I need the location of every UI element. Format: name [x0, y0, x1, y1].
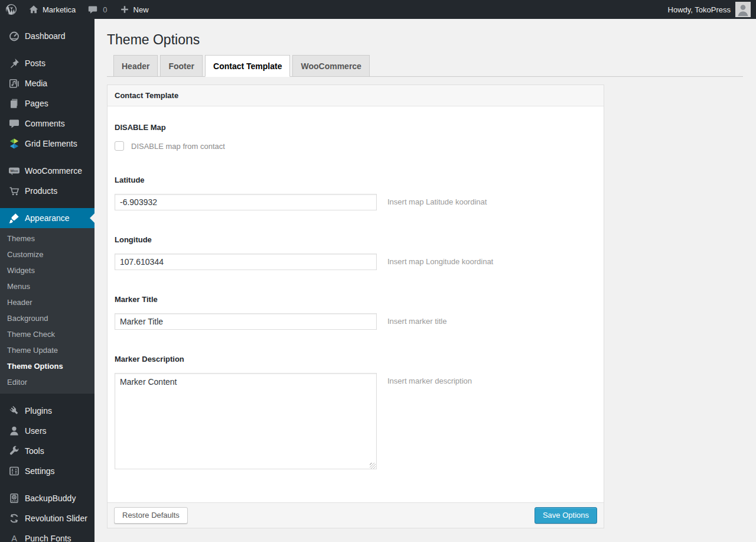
sidebar-item-tools[interactable]: Tools [0, 441, 94, 461]
field-row: Insert map Latitude koordinat [115, 194, 597, 210]
sidebar-item-posts[interactable]: Posts [0, 53, 94, 73]
tab-contact-template[interactable]: Contact Template [205, 55, 290, 77]
submenu-item-themes[interactable]: Themes [0, 231, 94, 247]
tab-footer[interactable]: Footer [160, 55, 203, 76]
sidebar-item-revolution-slider[interactable]: Revolution Slider [0, 508, 94, 528]
submenu-item-editor[interactable]: Editor [0, 375, 94, 391]
sidebar-item-label: Dashboard [25, 31, 66, 41]
sidebar-item-settings[interactable]: Settings [0, 461, 94, 481]
latitude-input[interactable] [115, 194, 377, 210]
howdy-text[interactable]: Howdy, TokoPress [668, 5, 731, 14]
sidebar-item-label: Comments [25, 119, 65, 128]
admin-bar-comments[interactable]: 0 [82, 0, 113, 19]
field-marker-title: Marker TitleInsert marker title [115, 295, 597, 330]
sidebar-item-pages[interactable]: Pages [0, 93, 94, 113]
pushpin-icon [8, 57, 20, 69]
sidebar-item-users[interactable]: Users [0, 421, 94, 441]
field-row: Insert marker title [115, 313, 597, 330]
admin-bar-new-button[interactable]: New [113, 0, 155, 19]
sidebar-item-label: Punch Fonts [25, 534, 71, 542]
plugin-icon [8, 405, 20, 417]
dashboard-icon [8, 30, 20, 42]
field-hint: Insert marker description [387, 377, 472, 385]
textarea-wrap: Marker Content [115, 373, 377, 472]
checkbox-label: DISABLE map from contact [131, 142, 225, 151]
home-icon [28, 4, 39, 15]
woocommerce-icon: Woo [8, 165, 20, 177]
admin-bar: Marketica 0 New Howdy, TokoPress [0, 0, 756, 19]
sidebar-item-grid-elements[interactable]: Grid Elements [0, 134, 94, 154]
longitude-input[interactable] [115, 254, 377, 270]
avatar[interactable] [735, 2, 751, 17]
sidebar-item-comments[interactable]: Comments [0, 113, 94, 134]
disable-map-checkbox[interactable] [115, 141, 124, 151]
revolution-slider-icon [8, 512, 20, 524]
grid-elements-icon [8, 138, 20, 150]
field-hint: Insert map Latitude koordinat [387, 197, 487, 206]
checkbox-row: DISABLE map from contact [115, 141, 597, 151]
submenu-item-background[interactable]: Background [0, 311, 94, 327]
sidebar-item-dashboard[interactable]: Dashboard [0, 26, 94, 46]
comments-count: 0 [103, 5, 107, 14]
sidebar-item-punch-fonts[interactable]: APunch Fonts [0, 528, 94, 542]
submenu-item-customize[interactable]: Customize [0, 247, 94, 263]
field-label: Marker Title [115, 295, 597, 304]
sidebar-item-label: Tools [25, 446, 44, 456]
field-label: Longitude [115, 235, 597, 244]
backupbuddy-icon [8, 492, 20, 504]
page-title: Theme Options [107, 31, 743, 48]
svg-text:Woo: Woo [11, 169, 18, 173]
marker-description-textarea[interactable]: Marker Content [115, 373, 377, 469]
tab-header[interactable]: Header [113, 55, 158, 76]
sidebar-item-label: Media [25, 79, 47, 88]
field-disable-map: DISABLE MapDISABLE map from contact [115, 123, 597, 151]
submenu-item-theme-options[interactable]: Theme Options [0, 359, 94, 375]
sidebar-item-label: Pages [25, 99, 48, 108]
field-longitude: LongitudeInsert map Longitude koordinat [115, 235, 597, 270]
field-label: Latitude [115, 176, 597, 184]
settings-icon [8, 465, 20, 477]
sidebar-item-media[interactable]: Media [0, 73, 94, 93]
admin-bar-site-menu[interactable]: Marketica [22, 0, 82, 19]
new-label: New [133, 5, 149, 14]
media-icon [8, 77, 20, 89]
sidebar-item-appearance[interactable]: Appearance [0, 208, 94, 228]
sidebar-item-label: WooCommerce [25, 166, 82, 176]
sidebar-item-label: Grid Elements [25, 139, 77, 148]
cart-icon [8, 185, 20, 197]
field-label: DISABLE Map [115, 123, 597, 132]
sidebar-item-products[interactable]: Products [0, 181, 94, 201]
plus-icon [119, 4, 130, 15]
sidebar-item-label: BackupBuddy [25, 494, 76, 503]
wrench-icon [8, 445, 20, 457]
contact-template-panel: Contact Template DISABLE MapDISABLE map … [107, 85, 604, 528]
punch-fonts-icon: A [8, 533, 20, 542]
appearance-submenu: ThemesCustomizeWidgetsMenusHeaderBackgro… [0, 228, 94, 394]
sidebar-item-label: Settings [25, 466, 55, 476]
field-latitude: LatitudeInsert map Latitude koordinat [115, 176, 597, 210]
svg-text:A: A [11, 534, 17, 542]
menu-separator [0, 46, 94, 53]
panel-header: Contact Template [107, 85, 604, 106]
submenu-item-theme-check[interactable]: Theme Check [0, 327, 94, 343]
sidebar-item-woocommerce[interactable]: WooWooCommerce [0, 161, 94, 181]
submenu-item-theme-update[interactable]: Theme Update [0, 343, 94, 359]
submenu-item-header[interactable]: Header [0, 295, 94, 311]
sidebar-item-label: Plugins [25, 406, 52, 416]
restore-defaults-button[interactable]: Restore Defaults [114, 507, 188, 524]
submenu-item-menus[interactable]: Menus [0, 279, 94, 295]
field-row: Insert map Longitude koordinat [115, 254, 597, 270]
sidebar-item-label: Posts [25, 59, 45, 68]
submenu-item-widgets[interactable]: Widgets [0, 263, 94, 279]
sidebar-item-label: Appearance [25, 213, 70, 223]
marker-title-input[interactable] [115, 313, 377, 330]
field-hint: Insert map Longitude koordinat [387, 257, 493, 266]
wordpress-logo-button[interactable] [0, 0, 22, 19]
field-marker-description: Marker DescriptionMarker ContentInsert m… [115, 355, 597, 472]
tab-woocommerce[interactable]: WooCommerce [292, 55, 369, 76]
menu-separator [0, 154, 94, 161]
save-options-button[interactable]: Save Options [535, 507, 597, 524]
sidebar-item-plugins[interactable]: Plugins [0, 401, 94, 421]
sidebar-item-backupbuddy[interactable]: BackupBuddy [0, 488, 94, 508]
sidebar-item-label: Products [25, 186, 57, 196]
